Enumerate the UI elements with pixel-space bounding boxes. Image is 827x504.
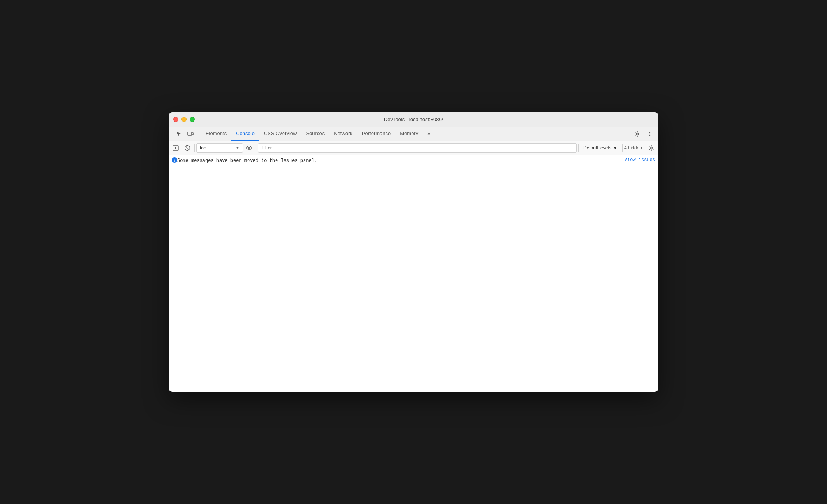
svg-point-5: [649, 133, 650, 134]
tab-performance[interactable]: Performance: [357, 127, 395, 141]
title-bar: DevTools - localhost:8080/: [169, 112, 658, 127]
clear-console-icon[interactable]: [182, 143, 193, 153]
toolbar-divider-3: [578, 144, 579, 152]
devtools-window: DevTools - localhost:8080/ Elements Cons…: [169, 112, 658, 392]
svg-point-3: [637, 133, 639, 135]
context-arrow: ▼: [236, 146, 239, 150]
device-toolbar-icon[interactable]: [185, 129, 196, 139]
tab-overflow[interactable]: »: [423, 127, 435, 141]
console-toolbar: top ▼ Default levels ▼ 4 hidden: [169, 141, 658, 155]
tabs-right-actions: [632, 127, 658, 141]
info-icon: i: [172, 157, 177, 163]
tab-sources[interactable]: Sources: [301, 127, 329, 141]
levels-selector[interactable]: Default levels ▼: [580, 143, 621, 153]
maximize-button[interactable]: [190, 117, 195, 122]
inspect-element-icon[interactable]: [173, 129, 184, 139]
close-button[interactable]: [173, 117, 178, 122]
toolbar-divider-4: [622, 144, 623, 152]
tabs-bar: Elements Console CSS Overview Sources Ne…: [169, 127, 658, 141]
svg-point-4: [649, 132, 650, 132]
svg-marker-8: [175, 147, 177, 149]
tab-elements[interactable]: Elements: [201, 127, 231, 141]
live-expressions-icon[interactable]: [244, 143, 255, 153]
filter-input[interactable]: [258, 143, 577, 153]
levels-arrow: ▼: [613, 145, 618, 151]
window-title: DevTools - localhost:8080/: [384, 116, 443, 122]
svg-point-6: [649, 135, 650, 136]
tab-icon-group: [170, 127, 199, 141]
run-script-icon[interactable]: [170, 143, 181, 153]
hidden-count: 4 hidden: [624, 145, 645, 151]
toolbar-divider-1: [194, 144, 195, 152]
svg-line-10: [186, 146, 189, 149]
console-message: i Some messages have been moved to the I…: [169, 155, 658, 167]
context-selector[interactable]: top ▼: [196, 143, 243, 153]
svg-point-11: [248, 147, 250, 149]
levels-label: Default levels: [583, 145, 611, 151]
view-issues-link[interactable]: View issues: [625, 157, 655, 163]
message-text: Some messages have been moved to the Iss…: [177, 157, 618, 164]
traffic-lights: [173, 117, 195, 122]
more-options-icon[interactable]: [644, 129, 655, 139]
tab-memory[interactable]: Memory: [395, 127, 423, 141]
svg-rect-0: [188, 132, 192, 135]
tab-network[interactable]: Network: [329, 127, 357, 141]
tab-css-overview[interactable]: CSS Overview: [259, 127, 302, 141]
context-value: top: [200, 145, 206, 151]
settings-icon[interactable]: [632, 129, 643, 139]
console-settings-icon[interactable]: [646, 143, 657, 153]
console-content: i Some messages have been moved to the I…: [169, 155, 658, 392]
toolbar-divider-2: [256, 144, 256, 152]
svg-rect-1: [192, 133, 193, 135]
svg-point-12: [651, 147, 653, 149]
minimize-button[interactable]: [181, 117, 187, 122]
tab-console[interactable]: Console: [231, 127, 259, 141]
